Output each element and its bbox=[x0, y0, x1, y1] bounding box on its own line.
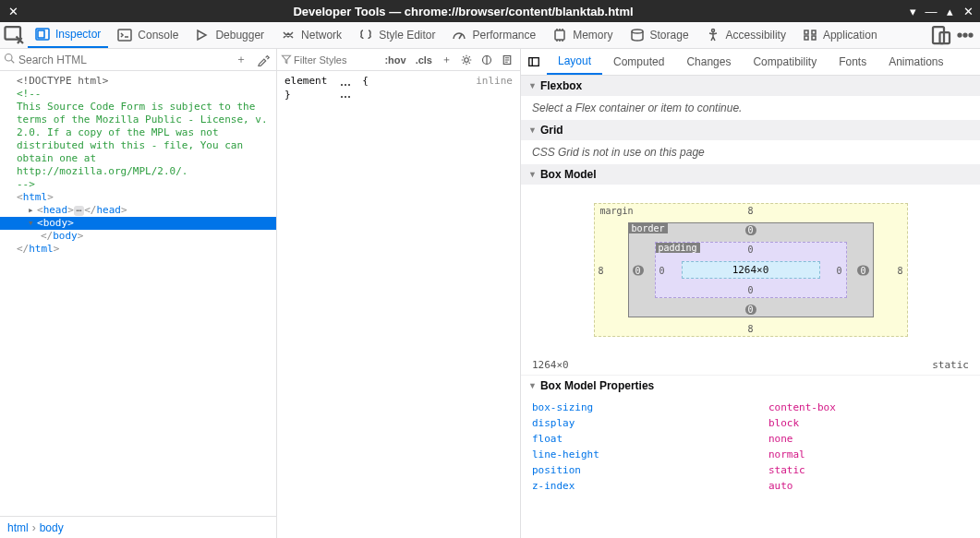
rtab-computed[interactable]: Computed bbox=[602, 49, 675, 75]
prop-value[interactable]: auto bbox=[768, 480, 793, 492]
head-row[interactable]: ▸<head>⋯</head> bbox=[0, 204, 276, 217]
html-open[interactable]: <html> bbox=[0, 191, 276, 204]
padding-bottom[interactable]: 0 bbox=[747, 285, 753, 295]
breadcrumb-html[interactable]: html bbox=[7, 521, 29, 534]
html-close[interactable]: </html> bbox=[0, 243, 276, 256]
maximize-icon[interactable]: ▴ bbox=[943, 5, 956, 18]
prop-row: positionstatic bbox=[532, 462, 969, 478]
svg-rect-9 bbox=[805, 36, 808, 40]
tab-accessibility[interactable]: Accessibility bbox=[698, 22, 793, 48]
prop-value[interactable]: block bbox=[768, 417, 799, 429]
prop-value[interactable]: none bbox=[768, 433, 793, 445]
close-icon[interactable]: ✕ bbox=[962, 5, 974, 18]
light-mode-icon[interactable] bbox=[457, 53, 476, 67]
window-chevron-down-icon[interactable]: ▾ bbox=[906, 5, 919, 18]
devtools-toolbar: Inspector Console Debugger Network Style… bbox=[0, 22, 980, 49]
markup-pane: ＋ <!DOCTYPE html> <!-- This Source Code … bbox=[0, 49, 277, 538]
prop-name[interactable]: box-sizing bbox=[532, 401, 768, 413]
content-size[interactable]: 1264×0 bbox=[682, 261, 820, 279]
svg-point-13 bbox=[959, 34, 962, 37]
prop-value[interactable]: static bbox=[768, 464, 805, 476]
window-title: Developer Tools — chrome://browser/conte… bbox=[20, 5, 906, 18]
more-icon[interactable] bbox=[954, 24, 976, 46]
inline-label: inline bbox=[476, 75, 513, 87]
box-stat-size: 1264×0 bbox=[532, 359, 569, 371]
svg-point-6 bbox=[711, 30, 714, 32]
prop-row: displayblock bbox=[532, 415, 969, 431]
section-boxmodel-header[interactable]: ▼ Box Model bbox=[521, 164, 980, 185]
tab-network[interactable]: Network bbox=[273, 22, 349, 48]
tab-label: Console bbox=[138, 29, 178, 42]
border-top[interactable]: 0 bbox=[744, 225, 756, 235]
svg-point-17 bbox=[465, 57, 469, 62]
tab-console[interactable]: Console bbox=[110, 22, 186, 48]
prop-name[interactable]: display bbox=[532, 417, 768, 429]
svg-point-14 bbox=[964, 34, 967, 37]
pick-element-icon[interactable] bbox=[4, 24, 26, 46]
rule-selector[interactable]: element bbox=[284, 75, 327, 87]
body-open-row[interactable]: ▾<body> bbox=[0, 217, 276, 230]
comment-row[interactable]: <!-- This Source Code Form is subject to… bbox=[0, 88, 276, 191]
padding-left[interactable]: 0 bbox=[659, 265, 665, 275]
prop-value[interactable]: content-box bbox=[768, 401, 836, 413]
cls-toggle[interactable]: .cls bbox=[412, 53, 436, 67]
prop-row: z-indexauto bbox=[532, 478, 969, 494]
prop-name[interactable]: position bbox=[532, 464, 768, 476]
filter-styles-input[interactable] bbox=[294, 54, 379, 66]
padding-top[interactable]: 0 bbox=[747, 245, 753, 255]
tab-debugger[interactable]: Debugger bbox=[188, 22, 272, 48]
eyedropper-icon[interactable] bbox=[254, 51, 272, 69]
dark-mode-icon[interactable] bbox=[478, 53, 496, 67]
add-node-icon[interactable]: ＋ bbox=[232, 51, 250, 69]
padding-right[interactable]: 0 bbox=[836, 265, 841, 275]
tab-memory[interactable]: Memory bbox=[545, 22, 620, 48]
border-bottom[interactable]: 0 bbox=[744, 305, 756, 315]
svg-rect-8 bbox=[812, 30, 816, 34]
rtab-changes[interactable]: Changes bbox=[675, 49, 742, 75]
chevron-down-icon: ▼ bbox=[528, 381, 537, 390]
tab-inspector[interactable]: Inspector bbox=[28, 22, 108, 48]
border-right[interactable]: 0 bbox=[857, 265, 868, 275]
section-boxprops-header[interactable]: ▼ Box Model Properties bbox=[521, 375, 980, 396]
svg-rect-4 bbox=[555, 30, 564, 40]
border-left[interactable]: 0 bbox=[633, 265, 644, 275]
svg-point-5 bbox=[632, 30, 643, 33]
margin-top[interactable]: 8 bbox=[747, 206, 753, 216]
section-flexbox-header[interactable]: ▼ Flexbox bbox=[521, 76, 980, 96]
html-tree[interactable]: <!DOCTYPE html> <!-- This Source Code Fo… bbox=[0, 71, 276, 516]
section-grid-header[interactable]: ▼ Grid bbox=[521, 120, 980, 140]
search-html-input[interactable] bbox=[18, 54, 228, 66]
tab-storage[interactable]: Storage bbox=[623, 22, 696, 48]
prop-row: line-heightnormal bbox=[532, 447, 969, 462]
tab-label: Storage bbox=[650, 29, 689, 42]
prop-name[interactable]: float bbox=[532, 433, 768, 445]
rtab-compatibility[interactable]: Compatibility bbox=[742, 49, 828, 75]
padding-label: padding bbox=[656, 243, 700, 253]
responsive-mode-icon[interactable] bbox=[930, 24, 952, 46]
minimize-icon[interactable]: — bbox=[925, 5, 938, 18]
chevron-down-icon: ▼ bbox=[528, 126, 537, 135]
tab-label: Accessibility bbox=[726, 29, 786, 42]
rtab-layout[interactable]: Layout bbox=[547, 49, 602, 75]
collapsed-ellipsis[interactable]: ⋯ bbox=[74, 206, 84, 216]
rtab-fonts[interactable]: Fonts bbox=[828, 49, 877, 75]
svg-rect-20 bbox=[529, 58, 539, 66]
tab-application[interactable]: Application bbox=[795, 22, 885, 48]
tab-style-editor[interactable]: Style Editor bbox=[351, 22, 442, 48]
margin-bottom[interactable]: 8 bbox=[747, 324, 753, 334]
add-rule-icon[interactable]: ＋ bbox=[438, 51, 455, 68]
print-media-icon[interactable] bbox=[498, 53, 516, 67]
prop-name[interactable]: line-height bbox=[532, 448, 768, 460]
tab-performance[interactable]: Performance bbox=[444, 22, 543, 48]
hov-toggle[interactable]: :hov bbox=[381, 53, 409, 67]
body-close-row[interactable]: </body> bbox=[0, 230, 276, 243]
prop-value[interactable]: normal bbox=[768, 448, 805, 460]
margin-right[interactable]: 8 bbox=[897, 265, 902, 275]
prop-name[interactable]: z-index bbox=[532, 480, 768, 492]
breadcrumb-body[interactable]: body bbox=[40, 521, 64, 534]
close-window-icon[interactable]: ✕ bbox=[6, 4, 20, 18]
margin-left[interactable]: 8 bbox=[599, 265, 604, 275]
layout-sidebar-icon[interactable] bbox=[525, 53, 543, 71]
rtab-animations[interactable]: Animations bbox=[877, 49, 954, 75]
doctype-row[interactable]: <!DOCTYPE html> bbox=[0, 75, 276, 88]
